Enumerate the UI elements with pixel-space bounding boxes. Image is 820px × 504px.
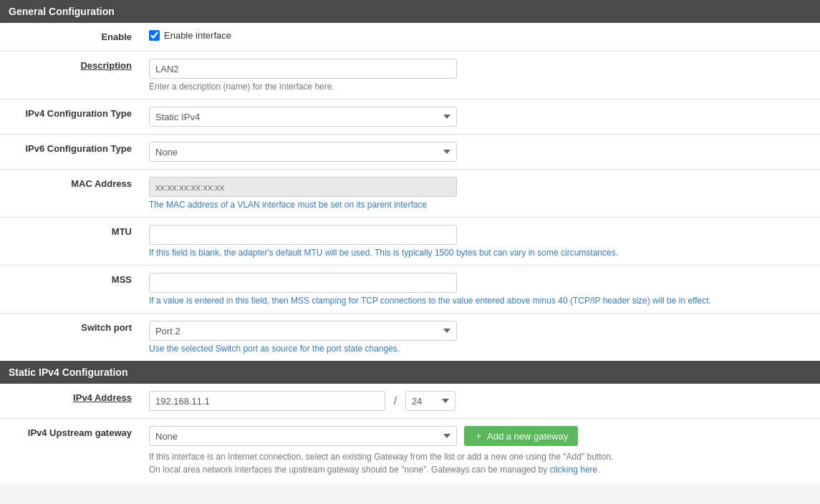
mac-address-input-cell: The MAC address of a VLAN interface must… [143,170,820,218]
mtu-hint: If this field is blank, the adapter's de… [149,248,809,258]
ipv4-address-row: IPv4 Address / 24 8 16 17 18 19 20 [0,384,820,419]
description-label: Description [0,52,143,100]
add-gateway-label: Add a new gateway [487,431,568,442]
general-config-title: General Configuration [9,6,115,17]
general-config-header: General Configuration [0,0,820,23]
ipv4-address-label: IPv4 Address [0,384,143,419]
static-ipv4-header: Static IPv4 Configuration [0,361,820,384]
gateway-row: None ＋ Add a new gateway [149,426,809,446]
gateway-select[interactable]: None [149,426,457,446]
static-ipv4-title: Static IPv4 Configuration [9,367,127,378]
upstream-gateway-row: IPv4 Upstream gateway None ＋ Add a new g… [0,419,820,484]
ipv6-config-type-row: IPv6 Configuration Type None Static IPv6… [0,135,820,170]
switch-port-label: Switch port [0,314,143,362]
ipv6-config-type-select[interactable]: None Static IPv6 DHCP6 SLAAC [149,142,457,162]
gateway-hint: If this interface is an Internet connect… [149,450,809,476]
static-ipv4-section: Static IPv4 Configuration IPv4 Address /… [0,361,820,483]
description-hint: Enter a description (name) for the inter… [149,82,809,92]
mss-hint: If a value is entered in this field, the… [149,296,809,306]
mss-row: MSS If a value is entered in this field,… [0,266,820,314]
ipv4-address-row-inner: / 24 8 16 17 18 19 20 21 22 23 25 [149,391,809,411]
mtu-row: MTU If this field is blank, the adapter'… [0,218,820,266]
ipv4-config-type-row: IPv4 Configuration Type Static IPv4 DHCP… [0,100,820,135]
clicking-here-link[interactable]: clicking here [550,465,598,475]
mss-input-cell: If a value is entered in this field, the… [143,266,820,314]
switch-port-select[interactable]: Port 2 Port 1 Port 3 Port 4 [149,321,457,341]
ipv4-config-type-label: IPv4 Configuration Type [0,100,143,135]
ipv4-address-input[interactable] [149,391,385,411]
mtu-input[interactable] [149,225,457,245]
enable-checkbox-label: Enable interface [164,30,231,41]
general-config-table: Enable Enable interface Description Ente… [0,23,820,361]
mac-address-label: MAC Address [0,170,143,218]
plus-icon: ＋ [474,430,483,442]
enable-input-cell: Enable interface [143,23,820,52]
static-ipv4-table: IPv4 Address / 24 8 16 17 18 19 20 [0,384,820,483]
add-gateway-button[interactable]: ＋ Add a new gateway [464,426,578,446]
enable-checkbox-row: Enable interface [149,30,809,41]
slash-label: / [391,395,400,407]
gateway-hint-line1: If this interface is an Internet connect… [149,452,613,462]
cidr-select[interactable]: 24 8 16 17 18 19 20 21 22 23 25 26 [405,391,455,411]
page-wrapper: General Configuration Enable Enable inte… [0,0,820,483]
general-config-section: General Configuration Enable Enable inte… [0,0,820,361]
switch-port-input-cell: Port 2 Port 1 Port 3 Port 4 Use the sele… [143,314,820,362]
enable-label: Enable [0,23,143,52]
mtu-input-cell: If this field is blank, the adapter's de… [143,218,820,266]
mac-address-hint: The MAC address of a VLAN interface must… [149,200,809,210]
gateway-hint-period: . [597,465,599,475]
switch-port-row: Switch port Port 2 Port 1 Port 3 Port 4 … [0,314,820,362]
mtu-label: MTU [0,218,143,266]
ipv4-address-input-cell: / 24 8 16 17 18 19 20 21 22 23 25 [143,384,820,419]
gateway-hint-line2: On local area network interfaces the ups… [149,465,547,475]
enable-row: Enable Enable interface [0,23,820,52]
ipv4-config-type-select[interactable]: Static IPv4 DHCP None [149,107,457,127]
description-input-cell: Enter a description (name) for the inter… [143,52,820,100]
mss-label: MSS [0,266,143,314]
description-input[interactable] [149,59,457,79]
ipv6-config-type-label: IPv6 Configuration Type [0,135,143,170]
mss-input[interactable] [149,273,457,293]
enable-checkbox[interactable] [149,30,160,41]
mac-address-row: MAC Address The MAC address of a VLAN in… [0,170,820,218]
description-row: Description Enter a description (name) f… [0,52,820,100]
upstream-gateway-input-cell: None ＋ Add a new gateway If this interfa… [143,419,820,484]
upstream-gateway-label: IPv4 Upstream gateway [0,419,143,484]
ipv6-config-type-input-cell: None Static IPv6 DHCP6 SLAAC [143,135,820,170]
mac-address-input [149,177,457,197]
ipv4-config-type-input-cell: Static IPv4 DHCP None [143,100,820,135]
switch-port-hint: Use the selected Switch port as source f… [149,344,809,354]
